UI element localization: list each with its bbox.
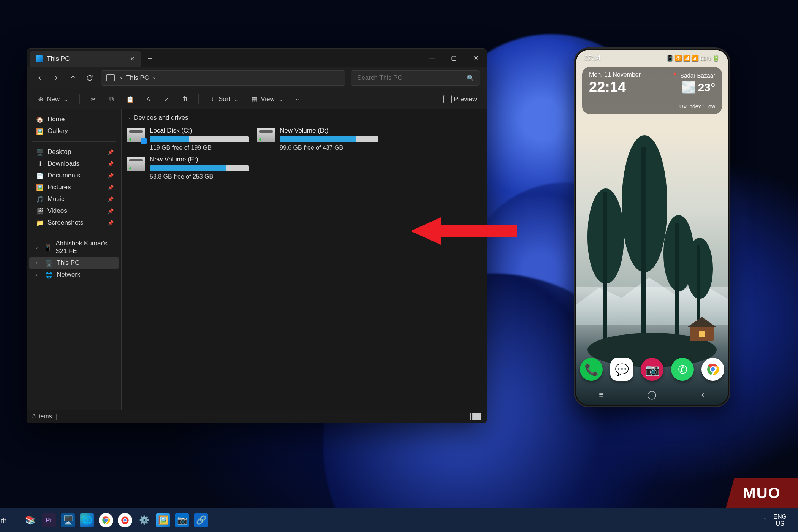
- status-text: 3 items: [32, 413, 52, 420]
- taskbar-edge[interactable]: 🌐: [80, 513, 94, 527]
- drive-item[interactable]: New Volume (D:) 99.6 GB free of 437 GB: [257, 127, 378, 151]
- up-button[interactable]: [67, 72, 79, 84]
- taskbar-phone-link[interactable]: 🔗: [194, 513, 208, 527]
- camera-app-icon[interactable]: 📷: [641, 358, 663, 381]
- phone-screen: 22:14 📳 🛜 📶 📶 61% 🔋 Mon, 11 November 22:…: [576, 50, 728, 405]
- widget-location: 📍 Sadar Bazaar: [671, 72, 715, 79]
- search-input[interactable]: [356, 74, 467, 82]
- pin-icon: 📌: [108, 185, 114, 190]
- weather-widget[interactable]: Mon, 11 November 22:14 📍 Sadar Bazaar 🌫️…: [582, 67, 722, 114]
- sidebar: 🏠 Home 🖼️ Gallery 🖥️ Desktop 📌⬇ Download…: [27, 109, 122, 410]
- separator: [32, 233, 116, 233]
- taskbar[interactable]: 📚 Pr 🖥️ 📁 🌐 ⚙️ 🖼️ 📷 🔗 ⌃ ENG US: [0, 508, 798, 532]
- folder-icon: 🎵: [36, 195, 44, 203]
- recents-button[interactable]: ≡: [590, 390, 613, 400]
- sidebar-item-music[interactable]: 🎵 Music 📌: [29, 193, 119, 205]
- chevron-down-icon: ⌄: [277, 95, 285, 103]
- svg-point-5: [104, 518, 108, 522]
- group-header[interactable]: ⌄ Devices and drives: [122, 109, 487, 125]
- sidebar-item-documents[interactable]: 📄 Documents 📌: [29, 170, 119, 181]
- view-button[interactable]: ▦ View ⌄: [248, 93, 288, 105]
- location-icon: 📍: [671, 72, 679, 79]
- chevron-down-icon: ⌄: [62, 95, 70, 103]
- paste-button[interactable]: 📋: [123, 93, 137, 105]
- battery-icon: 🔋: [712, 55, 720, 62]
- phone-app-icon[interactable]: 📞: [580, 358, 603, 381]
- sidebar-phone[interactable]: › 📱 Abhishek Kumar's S21 FE: [29, 238, 119, 257]
- refresh-button[interactable]: [84, 72, 95, 84]
- drive-free-text: 58.8 GB free of 253 GB: [150, 173, 249, 180]
- sidebar-this-pc[interactable]: › 🖥️ This PC: [29, 257, 119, 269]
- phone-dock: 📞 💬 📷 ✆: [576, 358, 728, 381]
- clipboard-icon: 📋: [126, 95, 134, 103]
- new-tab-button[interactable]: ＋: [141, 49, 159, 67]
- chevron-right-icon: ›: [36, 272, 41, 277]
- drive-capacity-bar: [150, 165, 249, 171]
- search-box[interactable]: 🔍: [351, 70, 480, 86]
- back-button[interactable]: ‹: [691, 390, 714, 400]
- share-button[interactable]: ↗: [160, 93, 173, 105]
- taskbar-chrome[interactable]: [99, 513, 113, 527]
- folder-icon: 🎬: [36, 207, 44, 215]
- minimize-button[interactable]: —: [421, 49, 443, 67]
- tree-trunk: [641, 147, 646, 344]
- separator: [79, 94, 80, 104]
- taskbar-photos[interactable]: 🖼️: [156, 513, 170, 527]
- language-indicator[interactable]: ENG US: [773, 513, 787, 527]
- copy-button[interactable]: ⧉: [105, 93, 119, 105]
- plus-circle-icon: ⊕: [37, 95, 44, 103]
- pin-icon: 📌: [108, 161, 114, 167]
- details-view-button[interactable]: [462, 413, 471, 420]
- sidebar-item-videos[interactable]: 🎬 Videos 📌: [29, 205, 119, 217]
- sidebar-item-desktop[interactable]: 🖥️ Desktop 📌: [29, 146, 119, 158]
- more-button[interactable]: ⋯: [292, 93, 306, 105]
- chrome-icon: [705, 362, 720, 377]
- close-button[interactable]: ✕: [465, 49, 487, 67]
- tab-this-pc[interactable]: This PC ✕: [30, 51, 141, 67]
- whatsapp-app-icon[interactable]: ✆: [671, 358, 694, 381]
- drive-item[interactable]: Local Disk (C:) 119 GB free of 199 GB: [127, 127, 249, 151]
- sidebar-item-pictures[interactable]: 🖼️ Pictures 📌: [29, 182, 119, 193]
- taskbar-chrome-canary[interactable]: [118, 513, 132, 527]
- taskbar-virtualbox[interactable]: 🖥️: [61, 513, 75, 527]
- messages-app-icon[interactable]: 💬: [610, 358, 633, 381]
- gallery-icon: 🖼️: [36, 127, 44, 135]
- taskbar-camera[interactable]: 📷: [175, 513, 189, 527]
- preview-button[interactable]: Preview: [440, 93, 480, 106]
- forward-button[interactable]: [51, 72, 62, 84]
- vibrate-icon: 📳: [667, 55, 674, 62]
- delete-button[interactable]: 🗑: [178, 93, 192, 105]
- rename-button[interactable]: Ａ: [141, 93, 155, 105]
- tab-close-icon[interactable]: ✕: [130, 55, 135, 62]
- share-icon: ↗: [163, 95, 170, 103]
- search-icon[interactable]: 🔍: [467, 74, 474, 82]
- pin-icon: 📌: [108, 208, 114, 214]
- home-button[interactable]: ◯: [641, 390, 663, 400]
- sidebar-network[interactable]: › 🌐 Network: [29, 269, 119, 280]
- sort-button[interactable]: ↕ Sort ⌄: [206, 93, 243, 105]
- tiles-view-button[interactable]: [472, 413, 481, 420]
- phone-mirror-window[interactable]: 22:14 📳 🛜 📶 📶 61% 🔋 Mon, 11 November 22:…: [574, 48, 730, 407]
- taskbar-settings[interactable]: ⚙️: [137, 513, 151, 527]
- back-button[interactable]: [34, 72, 45, 84]
- drive-icon: [127, 128, 145, 142]
- taskbar-premiere[interactable]: Pr: [42, 513, 56, 527]
- maximize-button[interactable]: ▢: [443, 49, 465, 67]
- taskbar-start[interactable]: 📚: [23, 513, 37, 527]
- sort-label: Sort: [218, 95, 230, 103]
- cut-button[interactable]: ✂: [87, 93, 100, 105]
- breadcrumb[interactable]: This PC: [126, 74, 149, 82]
- chrome-app-icon[interactable]: [701, 358, 724, 381]
- widget-temp: 🌫️ 23°: [682, 81, 715, 94]
- address-bar[interactable]: › This PC ›: [101, 70, 345, 86]
- sidebar-item-downloads[interactable]: ⬇ Downloads 📌: [29, 158, 119, 169]
- sidebar-item-screenshots[interactable]: 📁 Screenshots 📌: [29, 217, 119, 228]
- tray-overflow-button[interactable]: ⌃: [763, 517, 767, 523]
- new-button[interactable]: ⊕ New ⌄: [34, 93, 73, 105]
- sidebar-home[interactable]: 🏠 Home: [29, 114, 119, 125]
- drive-icon: [257, 128, 275, 142]
- this-pc-icon: [36, 55, 43, 62]
- drive-item[interactable]: New Volume (E:) 58.8 GB free of 253 GB: [127, 156, 249, 180]
- separator: [32, 141, 116, 142]
- sidebar-gallery[interactable]: 🖼️ Gallery: [29, 125, 119, 137]
